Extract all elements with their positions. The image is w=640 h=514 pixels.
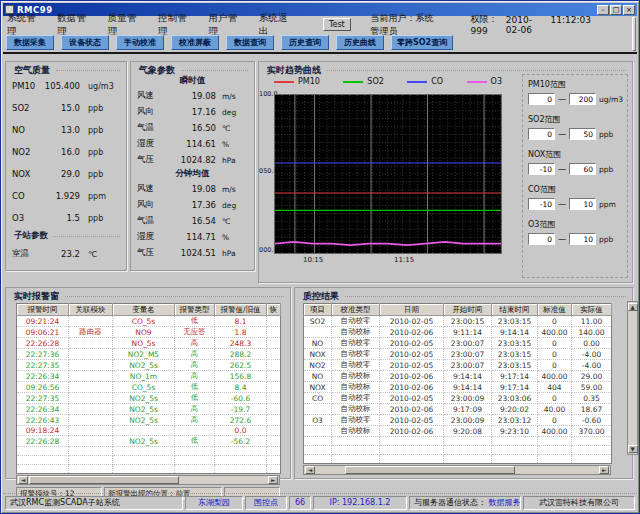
legend-co[interactable]: CO <box>407 77 443 86</box>
qc-col-actual[interactable]: 实际值 <box>572 304 612 316</box>
table-row[interactable]: 09:26:56CO_5s低8.4 <box>17 382 281 393</box>
table-row[interactable]: NOX自动校标2010-02-069:14:149:17:1440459.00 <box>304 382 612 393</box>
close-button[interactable]: × <box>623 5 635 15</box>
table-row[interactable]: O3自动校零2010-02-0523:00:0923:03:120-0.60 <box>304 415 612 426</box>
so2-range-max-input[interactable] <box>569 128 596 140</box>
qc-col-standard[interactable]: 标准值 <box>538 304 572 316</box>
table-row[interactable]: 22:27:35NO2_5s高262.5 <box>17 360 281 371</box>
table-cell: 0 <box>538 415 572 426</box>
table-cell: 低 <box>175 393 215 404</box>
table-cell <box>267 349 281 360</box>
table-row[interactable] <box>17 447 281 456</box>
table-row[interactable]: CO自动校零2010-02-0523:00:0923:03:0600.35 <box>304 393 612 404</box>
table-cell: 9:23:10 <box>492 426 538 437</box>
table-row[interactable]: 22:26:43NO2_5s高272.6 <box>17 415 281 426</box>
table-row[interactable]: 09:18:240.0 <box>17 426 281 436</box>
so2-range-min-input[interactable] <box>528 128 555 140</box>
qc-hscroll-thumb[interactable] <box>345 466 515 474</box>
status-station-name: 东湖梨园 <box>185 496 243 510</box>
table-row[interactable]: 09:06:21路由器NO9无应答1.8 <box>17 327 281 338</box>
table-cell: 288.2 <box>215 349 267 360</box>
toolbar-zero-span-query-button[interactable]: 零跨SO2查询 <box>391 35 453 50</box>
table-row[interactable]: 22:27:36NO2_M5高288.2 <box>17 349 281 360</box>
table-row[interactable] <box>304 437 612 446</box>
param-unit: hPa <box>222 156 248 165</box>
scroll-right-arrow[interactable]: ► <box>599 466 609 474</box>
qc-col-date[interactable]: 日期 <box>380 304 444 316</box>
table-row[interactable]: 自动校标2010-02-069:11:149:14:14400.00140.00 <box>304 327 612 338</box>
toolbar-data-collect-button[interactable]: 数据采集 <box>6 35 54 50</box>
table-row[interactable]: NO2自动校零2010-02-0523:00:0723:03:150-4.00 <box>304 360 612 371</box>
table-row[interactable]: 22:26:34NO2_5s高-19.7 <box>17 404 281 415</box>
resize-grip[interactable] <box>632 17 636 51</box>
table-cell: 09:26:56 <box>17 382 69 393</box>
alarm-col-value[interactable]: 报警值/旧值 <box>215 304 267 316</box>
legend-o3[interactable]: O3 <box>467 77 502 86</box>
alarm-col-time[interactable]: 报警时间 <box>17 304 69 316</box>
co-range-min-input[interactable] <box>528 198 555 210</box>
toolbar: 数据采集 设备状态 手动校准 校准屏蔽 数据查询 历史查询 历史曲线 零跨SO2… <box>3 33 637 54</box>
alarm-hscroll-thumb[interactable] <box>29 476 179 484</box>
legend-so2[interactable]: SO2 <box>343 77 383 86</box>
scroll-down-arrow[interactable]: ▼ <box>628 445 638 453</box>
table-row[interactable]: NO自动校标2010-02-069:14:149:17:14400.0029.0… <box>304 371 612 382</box>
scroll-left-arrow[interactable]: ◄ <box>18 476 28 484</box>
table-cell: 自动校标 <box>332 426 380 437</box>
scroll-up-arrow[interactable]: ▲ <box>628 303 638 311</box>
nox-range-max-input[interactable] <box>569 163 596 175</box>
table-row[interactable]: 09:21:24CO_5s低8.1 <box>17 316 281 327</box>
legend-pm10[interactable]: PM10 <box>274 77 320 86</box>
toolbar-history-query-button[interactable]: 历史查询 <box>281 35 329 50</box>
o3-range-max-input[interactable] <box>569 233 596 245</box>
toolbar-data-query-button[interactable]: 数据查询 <box>226 35 274 50</box>
qc-col-end[interactable]: 结束时间 <box>492 304 538 316</box>
qc-hscrollbar[interactable]: ◄ ► <box>303 465 611 475</box>
test-button[interactable]: Test <box>323 18 351 31</box>
toolbar-history-curve-button[interactable]: 历史曲线 <box>336 35 384 50</box>
qc-col-caltype[interactable]: 校准类型 <box>332 304 380 316</box>
table-cell: 09:06:21 <box>17 327 69 338</box>
table-row[interactable]: 22:26:28NO2_5s低-56.2 <box>17 436 281 447</box>
alarm-hscrollbar[interactable]: ◄ ► <box>16 475 280 485</box>
o3-line-swatch <box>467 81 487 83</box>
scroll-right-arrow[interactable]: ► <box>268 476 278 484</box>
scroll-left-arrow[interactable]: ◄ <box>305 466 315 474</box>
maximize-button[interactable]: □ <box>610 5 622 15</box>
nox-range-min-input[interactable] <box>528 163 555 175</box>
table-row[interactable]: NOX自动校零2010-02-0523:00:0723:03:150-4.00 <box>304 349 612 360</box>
table-row[interactable]: 22:26:28NO_5s高248.3 <box>17 338 281 349</box>
toolbar-manual-cal-button[interactable]: 手动校准 <box>116 35 164 50</box>
table-cell <box>304 404 332 415</box>
table-row[interactable]: 22:26:34NO_1m高156.8 <box>17 371 281 382</box>
table-row[interactable]: SO2自动校零2010-02-0523:00:1523:03:15011.00 <box>304 316 612 327</box>
qc-col-start[interactable]: 开始时间 <box>444 304 492 316</box>
qc-col-item[interactable]: 项目 <box>304 304 332 316</box>
table-row[interactable]: NO自动校零2010-02-0523:00:0723:03:1500.00 <box>304 338 612 349</box>
alarm-col-type[interactable]: 报警类型 <box>175 304 215 316</box>
alarm-col-recover[interactable]: 恢 <box>267 304 281 316</box>
table-row[interactable] <box>304 455 612 464</box>
toolbar-device-status-button[interactable]: 设备状态 <box>61 35 109 50</box>
alarm-col-module[interactable]: 关联模块 <box>69 304 113 316</box>
minimize-button[interactable]: – <box>597 5 609 15</box>
table-row[interactable]: 自动校标2010-02-069:20:089:23:10400.00370.00 <box>304 426 612 437</box>
table-cell: 高 <box>175 371 215 382</box>
table-row[interactable] <box>304 446 612 455</box>
table-row[interactable]: 自动校标2010-02-069:17:099:20:0240.0018.67 <box>304 404 612 415</box>
table-row[interactable] <box>17 465 281 474</box>
param-unit: deg <box>222 201 248 210</box>
co-range-max-input[interactable] <box>569 198 596 210</box>
table-row[interactable] <box>17 456 281 465</box>
trend-chart[interactable] <box>274 94 502 254</box>
pm10-range-max-input[interactable] <box>569 93 596 105</box>
qc-vscrollbar[interactable]: ▲ ▼ <box>627 301 638 455</box>
table-row[interactable]: 22:27:35NO2_5s低-60.6 <box>17 393 281 404</box>
alarm-col-variable[interactable]: 变量名 <box>113 304 175 316</box>
status-ip-address: IP: 192.168.1.2 <box>313 496 407 510</box>
pm10-range-min-input[interactable] <box>528 93 555 105</box>
o3-range-min-input[interactable] <box>528 233 555 245</box>
param-value: 16.0 <box>44 147 88 157</box>
table-cell <box>267 465 281 474</box>
toolbar-cal-shield-button[interactable]: 校准屏蔽 <box>171 35 219 50</box>
measurement-row: 湿度114.71% <box>131 229 254 245</box>
